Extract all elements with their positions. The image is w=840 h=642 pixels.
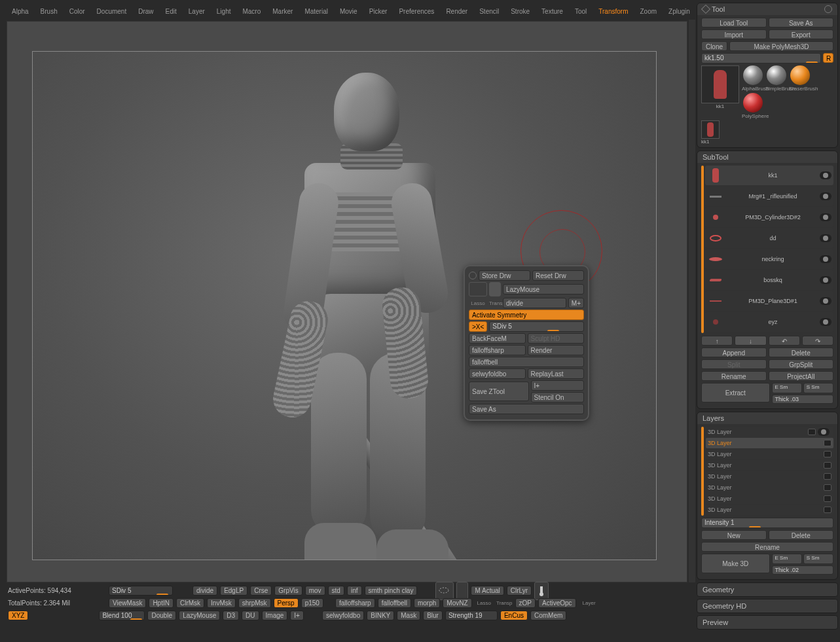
subtool-movedown-button[interactable]: ↷ [802, 336, 833, 346]
projectall-button[interactable]: ProjectAll [769, 371, 834, 381]
activeopc-button[interactable]: ActiveOpc [538, 598, 576, 608]
lasso-thumb-icon[interactable] [469, 282, 487, 296]
menu-render[interactable]: Render [441, 7, 473, 16]
pin-icon[interactable] [701, 5, 710, 14]
subtool-up-button[interactable]: ↑ [701, 336, 733, 346]
menu-alpha[interactable]: Alpha [7, 7, 34, 16]
i-plus-button[interactable]: I+ [531, 380, 585, 391]
menu-movie[interactable]: Movie [335, 7, 363, 16]
menu-zoom[interactable]: Zoom [634, 7, 662, 16]
append-button[interactable]: Append [701, 348, 767, 357]
bottom-lasso-icon[interactable] [435, 582, 454, 600]
subtool-row[interactable]: PM3D_Plane3D#1 [705, 291, 833, 311]
current-tool-thumb[interactable] [701, 65, 739, 103]
layer-mode-icon[interactable] [534, 582, 549, 600]
menu-brush[interactable]: Brush [35, 7, 63, 16]
sdiv-slider[interactable]: SDiv 5 [489, 321, 584, 332]
layer-record-icon[interactable] [824, 451, 831, 457]
layer-row[interactable]: 3D Layer [706, 449, 833, 459]
eye-icon[interactable] [820, 192, 831, 200]
menu-layer[interactable]: Layer [183, 7, 210, 16]
tool-grid-polysphere[interactable]: PolySphere [742, 93, 764, 119]
mask-button[interactable]: Mask [397, 611, 420, 620]
m-actual-button[interactable]: M Actual [471, 586, 503, 596]
morph-button[interactable]: morph [414, 598, 440, 608]
eye-icon[interactable] [820, 234, 831, 242]
tool-grid-eraser[interactable]: EraserBrush [789, 65, 811, 92]
tool-name-slider[interactable]: kk1.50 [701, 53, 821, 63]
layer-esm-slider[interactable]: E Sm [772, 554, 802, 564]
activate-symmetry-button[interactable]: Activate Symmetry [469, 310, 584, 320]
rename-subtool-button[interactable]: Rename [701, 371, 767, 381]
xyz-button[interactable]: XYZ [8, 611, 28, 620]
layer-record-icon[interactable] [824, 507, 831, 513]
hptin-button[interactable]: HptIN [149, 598, 173, 608]
menu-material[interactable]: Material [299, 7, 333, 16]
history-icon[interactable] [469, 272, 477, 279]
subtool-row[interactable]: Mrg#1 _rifleunified [705, 187, 833, 206]
subtool-row[interactable]: dd [705, 228, 833, 248]
divide-button[interactable]: divide [503, 298, 566, 308]
menu-marker[interactable]: Marker [267, 7, 298, 16]
menu-color[interactable]: Color [64, 7, 90, 16]
viewmask-button[interactable]: ViewMask [109, 598, 146, 608]
store-draw-button[interactable]: Store Drw [479, 270, 530, 281]
edglp-button[interactable]: EdgLP [220, 586, 247, 596]
menu-texture[interactable]: Texture [536, 7, 568, 16]
menu-light[interactable]: Light [211, 7, 236, 16]
blur-button[interactable]: Blur [423, 611, 443, 620]
make-polymesh-button[interactable]: Make PolyMesh3D [729, 41, 833, 51]
du-button[interactable]: DU [242, 611, 259, 620]
eye-icon[interactable] [820, 276, 831, 284]
subtool-row[interactable]: bosskq [705, 270, 833, 290]
split-button[interactable]: Split [701, 359, 767, 369]
reset-draw-button[interactable]: Reset Drw [532, 270, 584, 281]
layer-record-icon[interactable] [824, 440, 831, 446]
layer-record-icon[interactable] [824, 473, 831, 480]
subtool-row[interactable]: neckring [705, 249, 833, 269]
blend-slider[interactable]: Blend 100 [99, 611, 145, 620]
layer-row[interactable]: 3D Layer [706, 438, 833, 448]
mov-button[interactable]: mov [305, 586, 325, 596]
viewport-scrollbar[interactable] [689, 20, 695, 582]
import-button[interactable]: Import [701, 29, 767, 39]
clrmsk-button[interactable]: ClrMsk [176, 598, 204, 608]
r-button[interactable]: R [823, 53, 833, 63]
load-tool-button[interactable]: Load Tool [701, 18, 767, 27]
subtool-row[interactable]: PM3D_Cylinder3D#2 [705, 207, 833, 227]
layer-record-icon[interactable] [824, 484, 831, 491]
layer-thick-slider[interactable]: Thick .02 [772, 565, 834, 575]
layer-row[interactable]: 3D Layer [706, 427, 833, 437]
menu-document[interactable]: Document [92, 7, 132, 16]
eye-icon[interactable] [820, 171, 831, 179]
export-button[interactable]: Export [769, 29, 834, 39]
make-3d-button[interactable]: Make 3D [701, 554, 770, 573]
menu-macro[interactable]: Macro [237, 7, 266, 16]
crse-button[interactable]: Crse [250, 586, 272, 596]
layer-record-icon[interactable] [824, 462, 831, 469]
image-button[interactable]: Image [262, 611, 288, 620]
layers-header[interactable]: Layers [697, 412, 837, 424]
grpsplit-button[interactable]: GrpSplit [769, 359, 834, 369]
save-ztool-button[interactable]: Save ZTool [469, 382, 529, 401]
menu-stroke[interactable]: Stroke [505, 7, 535, 16]
smth-pinch-clay-button[interactable]: smth pinch clay [365, 586, 418, 596]
layer-ssm-slider[interactable]: S Sm [803, 554, 833, 564]
extract-ssm-slider[interactable]: S Sm [803, 383, 833, 393]
encus-button[interactable]: EnCus [500, 611, 528, 620]
eye-icon[interactable] [818, 428, 830, 436]
menu-tool[interactable]: Tool [570, 7, 592, 16]
double-button[interactable]: Double [147, 611, 176, 620]
eye-icon[interactable] [820, 297, 831, 305]
menu-edit[interactable]: Edit [160, 7, 182, 16]
strength-slider[interactable]: Strength 19 [445, 611, 498, 620]
extract-esm-slider[interactable]: E Sm [772, 383, 802, 393]
bottom-falloffsharp-button[interactable]: falloffsharp [335, 598, 375, 608]
menu-draw[interactable]: Draw [133, 7, 158, 16]
save-as-button[interactable]: Save As [469, 404, 584, 414]
geometry-hd-header[interactable]: Geometry HD [697, 599, 838, 613]
delete-layer-button[interactable]: Delete [769, 530, 834, 540]
falloffsharp-button[interactable]: falloffsharp [469, 345, 526, 355]
layer-record-icon[interactable] [824, 495, 831, 502]
layer-record-icon[interactable] [808, 429, 816, 435]
